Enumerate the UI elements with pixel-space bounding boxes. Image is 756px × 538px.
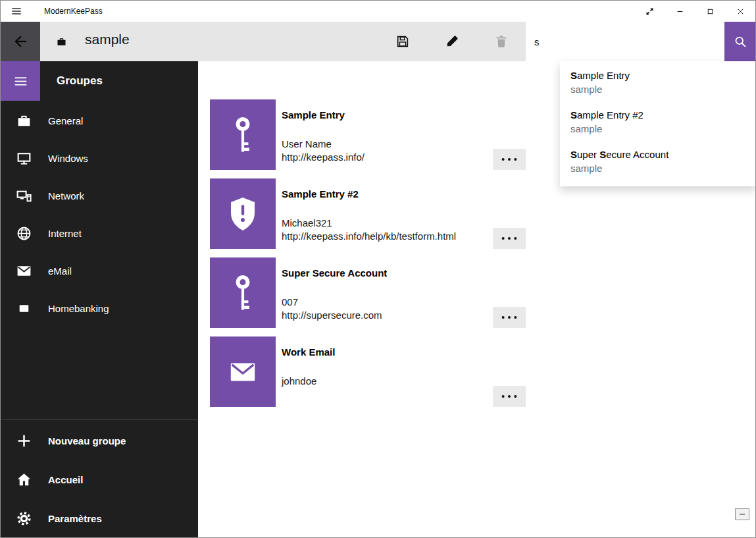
search-button[interactable]: [724, 22, 756, 61]
sidebar-item-homebanking[interactable]: Homebanking: [1, 290, 198, 327]
network-icon: [15, 188, 32, 205]
entry-username: User Name: [282, 138, 365, 151]
edit-button[interactable]: [427, 22, 476, 61]
sidebar-heading: Groupes: [57, 61, 103, 101]
briefcase-icon: [15, 113, 32, 130]
entry-row-sample-entry[interactable]: Sample Entry User Name http://keepass.in…: [210, 99, 526, 170]
entry-row-work-email[interactable]: Work Email johndoe: [210, 336, 526, 407]
more-button[interactable]: [493, 307, 526, 328]
titlebar-menu-button[interactable]: [1, 1, 32, 22]
sidebar: Groupes General Windows Network Internet…: [1, 61, 198, 537]
sidebar-item-windows[interactable]: Windows: [1, 140, 198, 177]
ellipsis-icon: [500, 393, 518, 400]
database-title: sample: [85, 32, 130, 47]
commandbar-actions: [378, 22, 526, 61]
suggestion-subtitle: sample: [570, 162, 746, 175]
hamburger-icon: [11, 6, 22, 16]
more-button[interactable]: [493, 386, 526, 407]
entry-url: http://supersecure.com: [282, 309, 387, 322]
sidebar-item-param-tres[interactable]: Paramètres: [1, 499, 198, 538]
hamburger-button[interactable]: [1, 61, 40, 101]
gear-icon: [15, 510, 32, 527]
delete-button[interactable]: [476, 22, 526, 61]
more-button[interactable]: [493, 228, 526, 249]
key-icon: [231, 273, 255, 313]
window-controls: [634, 1, 755, 22]
save-icon: [395, 34, 410, 49]
close-icon: [736, 7, 745, 16]
save-button[interactable]: [378, 22, 427, 61]
minimize-icon: [675, 7, 685, 16]
ellipsis-icon: [500, 314, 518, 321]
search-suggestions: Sample Entry sample Sample Entry #2 samp…: [560, 61, 756, 186]
sidebar-item-nouveau-groupe[interactable]: Nouveau groupe: [1, 421, 198, 460]
suggestion-item[interactable]: Super Secure Account sample: [560, 142, 756, 181]
ellipsis-icon: [500, 235, 518, 242]
titlebar: ModernKeePass: [1, 1, 755, 22]
entry-title: Work Email: [282, 346, 335, 359]
mail-icon: [226, 357, 260, 387]
suggestion-item[interactable]: Sample Entry #2 sample: [560, 102, 756, 142]
entry-row-sample-entry-2[interactable]: Sample Entry #2 Michael321 http://keepas…: [210, 178, 526, 249]
card-icon: [15, 300, 32, 317]
app-window: ModernKeePass sample Groupes Gen: [0, 0, 756, 538]
mail-icon: [15, 263, 32, 280]
entry-username: Michael321: [282, 217, 456, 230]
app-title: ModernKeePass: [44, 7, 103, 16]
entry-row-super-secure-account[interactable]: Super Secure Account 007 http://supersec…: [210, 257, 526, 328]
edit-icon: [445, 34, 459, 49]
globe-icon: [15, 225, 32, 242]
suggestion-title: Sample Entry #2: [570, 109, 746, 122]
commandbar: sample: [1, 22, 755, 61]
hamburger-icon: [14, 74, 28, 88]
sidebar-item-general[interactable]: General: [1, 102, 198, 140]
minimize-button[interactable]: [665, 1, 695, 22]
delete-icon: [494, 34, 509, 49]
monitor-icon: [15, 150, 32, 167]
zoom-out-button[interactable]: [735, 508, 749, 520]
search-icon: [734, 35, 747, 49]
fullscreen-icon: [645, 7, 655, 16]
entry-username: 007: [282, 296, 387, 309]
maximize-icon: [705, 7, 715, 16]
ellipsis-icon: [500, 156, 518, 163]
home-icon: [15, 471, 32, 489]
suggestion-title: Super Secure Account: [570, 148, 746, 161]
sidebar-item-internet[interactable]: Internet: [1, 215, 198, 252]
search-box: [526, 22, 724, 61]
minus-icon: [738, 510, 746, 518]
fullscreen-button[interactable]: [634, 1, 665, 22]
sidebar-item-email[interactable]: eMail: [1, 252, 198, 290]
entry-title: Super Secure Account: [282, 267, 387, 280]
key-icon: [231, 115, 255, 155]
sidebar-item-accueil[interactable]: Accueil: [1, 460, 198, 499]
briefcase-icon: [56, 36, 67, 47]
back-button[interactable]: [1, 22, 40, 61]
shield-alert-icon: [227, 195, 259, 233]
entry-url: http://keepass.info/: [282, 151, 365, 164]
entry-username: johndoe: [282, 375, 335, 388]
group-list: General Windows Network Internet eMail H…: [1, 102, 198, 327]
search-input[interactable]: [526, 22, 724, 61]
sidebar-item-network[interactable]: Network: [1, 177, 198, 215]
suggestion-subtitle: sample: [570, 122, 746, 136]
back-arrow-icon: [13, 34, 28, 49]
more-button[interactable]: [493, 149, 526, 170]
plus-icon: [15, 433, 32, 450]
entry-title: Sample Entry #2: [282, 188, 456, 201]
entry-title: Sample Entry: [282, 109, 365, 122]
sidebar-divider: [1, 419, 198, 419]
close-button[interactable]: [725, 1, 755, 22]
suggestion-title: Sample Entry: [570, 69, 746, 82]
suggestion-item[interactable]: Sample Entry sample: [560, 63, 756, 102]
entry-url: http://keepass.info/help/kb/testform.htm…: [282, 230, 456, 243]
suggestion-subtitle: sample: [570, 83, 746, 96]
maximize-button[interactable]: [695, 1, 725, 22]
sidebar-actions: Nouveau groupe Accueil Paramètres: [1, 421, 198, 538]
